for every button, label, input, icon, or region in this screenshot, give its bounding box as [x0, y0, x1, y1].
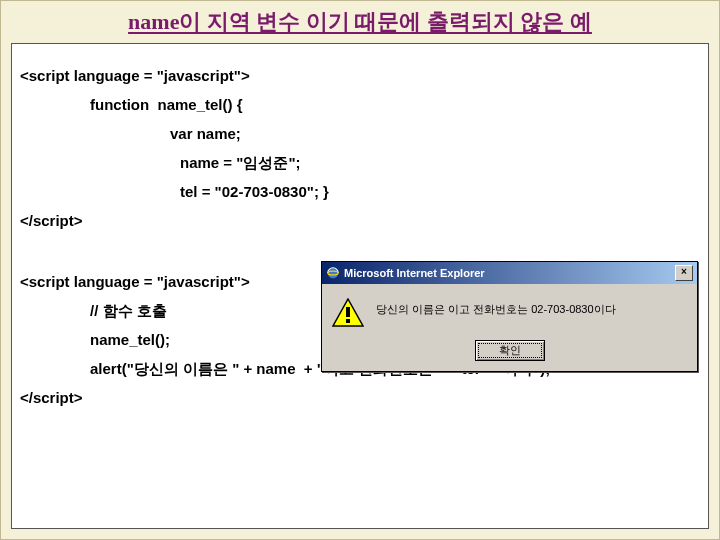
code-line: function name_tel() { — [20, 97, 700, 112]
svg-rect-4 — [346, 319, 350, 323]
code-line: name = "임성준"; — [20, 155, 700, 170]
slide-title: name이 지역 변수 이기 때문에 출력되지 않은 예 — [1, 1, 719, 39]
code-line: tel = "02-703-0830"; } — [20, 184, 700, 199]
dialog-titlebar: Microsoft Internet Explorer × — [322, 262, 697, 284]
code-line: <script language = "javascript"> — [20, 68, 700, 83]
alert-dialog: Microsoft Internet Explorer × 당신의 이름은 이고… — [321, 261, 698, 372]
code-line: </script> — [20, 390, 700, 405]
code-line: </script> — [20, 213, 700, 228]
close-button[interactable]: × — [675, 265, 693, 281]
ie-icon — [326, 266, 340, 280]
dialog-button-row: 확인 — [322, 336, 697, 371]
dialog-message: 당신의 이름은 이고 전화번호는 02-703-0830이다 — [376, 298, 616, 317]
ok-button[interactable]: 확인 — [475, 340, 545, 361]
dialog-body: 당신의 이름은 이고 전화번호는 02-703-0830이다 — [322, 284, 697, 336]
warning-icon — [332, 298, 364, 328]
code-line: var name; — [20, 126, 700, 141]
svg-rect-3 — [346, 307, 350, 317]
dialog-title-text: Microsoft Internet Explorer — [344, 267, 485, 279]
